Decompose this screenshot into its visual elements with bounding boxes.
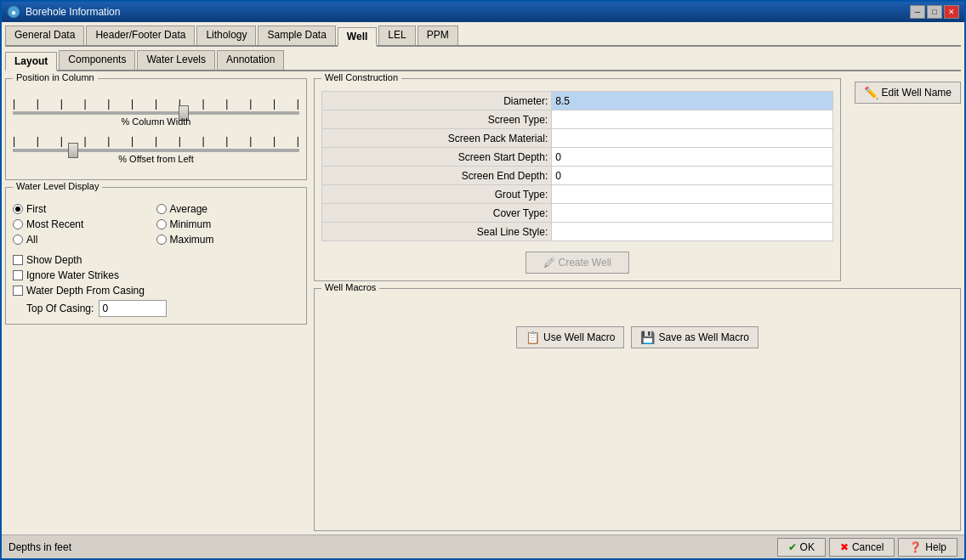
screen-type-value[interactable]	[552, 110, 832, 129]
radio-most-recent-label: Most Recent	[26, 218, 83, 230]
tab-header-footer[interactable]: Header/Footer Data	[86, 25, 195, 45]
checkbox-show-depth-box[interactable]	[13, 255, 23, 265]
right-panel: Well Construction Diameter: 8.5 Screen T…	[314, 78, 961, 531]
left-panel: Position in Column ||||||||||||| % Colum…	[5, 78, 307, 531]
status-bar: Depths in feet ✔ OK ✖ Cancel ❓ Help	[2, 535, 964, 558]
minimize-button[interactable]: ─	[910, 5, 925, 19]
sub-tab-water-levels[interactable]: Water Levels	[137, 50, 215, 70]
seal-line-style-value[interactable]	[552, 223, 832, 241]
well-construction-wrapper: Well Construction Diameter: 8.5 Screen T…	[314, 78, 841, 281]
checkbox-show-depth[interactable]: Show Depth	[13, 254, 299, 266]
tab-sample-data[interactable]: Sample Data	[258, 25, 335, 45]
radio-maximum-input[interactable]	[156, 235, 167, 245]
tab-well[interactable]: Well	[338, 27, 377, 47]
radio-col-left: First Most Recent All	[13, 203, 156, 246]
tab-lel[interactable]: LEL	[378, 25, 415, 45]
cover-type-value[interactable]	[552, 204, 832, 223]
title-bar-buttons: ─ □ ✕	[910, 5, 959, 19]
title-bar: ● Borehole Information ─ □ ✕	[2, 2, 964, 22]
top-of-casing-input[interactable]	[99, 300, 167, 317]
sub-tab-annotation[interactable]: Annotation	[217, 50, 284, 70]
tab-lithology[interactable]: Lithology	[196, 25, 256, 45]
slider-area: ||||||||||||| % Column Width |||||||||||…	[13, 98, 299, 164]
column-width-label: % Column Width	[13, 116, 299, 127]
save-as-well-macro-label: Save as Well Macro	[658, 331, 748, 343]
screen-start-depth-label: Screen Start Depth:	[322, 148, 552, 167]
checkbox-ignore-water-box[interactable]	[13, 270, 23, 280]
top-of-casing-row: Top Of Casing:	[13, 300, 299, 317]
well-construction-table: Diameter: 8.5 Screen Type: Screen Pack M…	[321, 91, 833, 241]
use-well-macro-icon: 📋	[526, 331, 540, 344]
screen-type-label: Screen Type:	[322, 110, 552, 129]
maximize-button[interactable]: □	[927, 5, 942, 19]
cancel-button[interactable]: ✖ Cancel	[829, 538, 895, 557]
radio-minimum[interactable]: Minimum	[156, 218, 300, 230]
save-as-well-macro-icon: 💾	[640, 331, 655, 344]
radio-first-label: First	[26, 203, 46, 215]
ok-button[interactable]: ✔ OK	[777, 538, 826, 557]
radio-first-dot	[15, 206, 20, 212]
radio-minimum-input[interactable]	[156, 219, 167, 229]
top-of-casing-label: Top Of Casing:	[26, 303, 94, 314]
table-row: Grout Type:	[322, 185, 833, 204]
screen-start-depth-value[interactable]: 0	[552, 148, 832, 167]
create-well-label: Create Well	[559, 257, 611, 269]
use-well-macro-button[interactable]: 📋 Use Well Macro	[516, 326, 624, 348]
offset-left-label: % Offset from Left	[13, 154, 299, 164]
checkbox-water-depth-casing[interactable]: Water Depth From Casing	[13, 285, 299, 297]
screen-end-depth-label: Screen End Depth:	[322, 167, 552, 185]
tab-ppm[interactable]: PPM	[418, 25, 458, 45]
sub-tab-components[interactable]: Components	[59, 50, 135, 70]
edit-well-name-icon: ✏️	[864, 86, 878, 99]
radio-group: First Most Recent All	[13, 203, 299, 246]
title-bar-left: ● Borehole Information	[7, 5, 120, 19]
tab-general-data[interactable]: General Data	[5, 25, 84, 45]
main-tab-bar: General Data Header/Footer Data Litholog…	[5, 25, 961, 47]
status-buttons: ✔ OK ✖ Cancel ❓ Help	[777, 538, 957, 557]
svg-text:●: ●	[11, 8, 16, 17]
sub-tab-layout[interactable]: Layout	[5, 52, 57, 71]
ok-label: OK	[800, 541, 815, 553]
help-button[interactable]: ❓ Help	[898, 538, 957, 557]
radio-first-input[interactable]	[13, 204, 23, 214]
help-label: Help	[925, 541, 946, 553]
checkbox-water-depth-casing-box[interactable]	[13, 286, 23, 296]
radio-all[interactable]: All	[13, 234, 156, 246]
table-row: Screen Start Depth: 0	[322, 148, 833, 167]
radio-average-input[interactable]	[156, 204, 167, 214]
diameter-value[interactable]: 8.5	[552, 92, 832, 110]
radio-maximum-label: Maximum	[170, 234, 214, 246]
radio-most-recent-input[interactable]	[13, 219, 23, 229]
macro-buttons-row: 📋 Use Well Macro 💾 Save as Well Macro	[321, 326, 953, 348]
close-button[interactable]: ✕	[944, 5, 959, 19]
screen-pack-material-label: Screen Pack Material:	[322, 129, 552, 148]
offset-left-slider[interactable]	[13, 149, 299, 152]
table-row: Diameter: 8.5	[322, 92, 833, 110]
radio-first[interactable]: First	[13, 203, 156, 215]
table-row: Screen Type:	[322, 110, 833, 129]
checkbox-ignore-water[interactable]: Ignore Water Strikes	[13, 269, 299, 281]
checkbox-show-depth-label: Show Depth	[26, 254, 82, 266]
column-width-slider-row: ||||||||||||| % Column Width	[13, 98, 299, 127]
diameter-label: Diameter:	[322, 92, 552, 110]
water-level-display-group: Water Level Display First Mos	[5, 187, 307, 325]
main-window: ● Borehole Information ─ □ ✕ General Dat…	[0, 0, 966, 560]
radio-col-right: Average Minimum Maximum	[156, 203, 300, 246]
well-macros-group: Well Macros 📋 Use Well Macro 💾 Save as W…	[314, 288, 961, 531]
create-well-button[interactable]: 🖉 Create Well	[526, 252, 629, 274]
radio-maximum[interactable]: Maximum	[156, 234, 300, 246]
edit-well-name-button[interactable]: ✏️ Edit Well Name	[855, 82, 961, 104]
radio-all-input[interactable]	[13, 235, 23, 245]
checkbox-water-depth-casing-label: Water Depth From Casing	[26, 285, 145, 297]
well-macros-title: Well Macros	[321, 282, 379, 292]
water-level-group-title: Water Level Display	[13, 181, 102, 191]
grout-type-value[interactable]	[552, 185, 832, 204]
column-width-slider[interactable]	[13, 111, 299, 115]
radio-average[interactable]: Average	[156, 203, 300, 215]
save-as-well-macro-button[interactable]: 💾 Save as Well Macro	[631, 326, 758, 348]
screen-pack-material-value[interactable]	[552, 129, 832, 148]
screen-end-depth-value[interactable]: 0	[552, 167, 832, 185]
table-row: Screen End Depth: 0	[322, 167, 833, 185]
right-top: Well Construction Diameter: 8.5 Screen T…	[314, 78, 961, 281]
radio-most-recent[interactable]: Most Recent	[13, 218, 156, 230]
